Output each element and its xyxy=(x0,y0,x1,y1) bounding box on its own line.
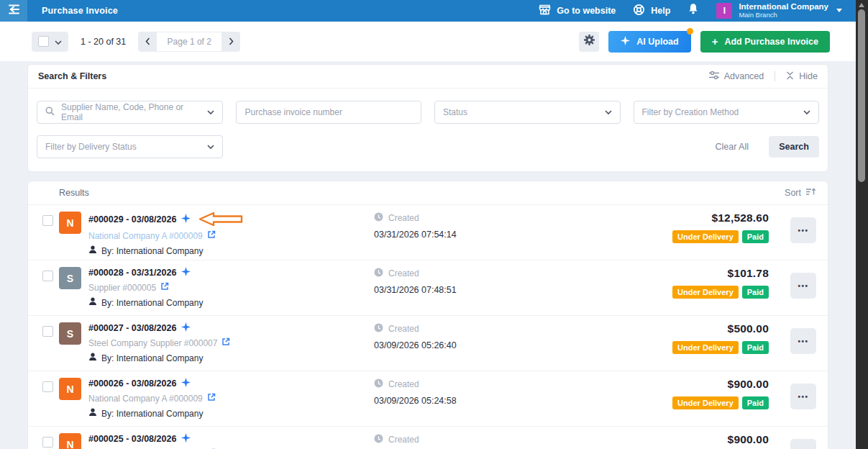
avatar-letter: N xyxy=(66,217,73,229)
supplier-search-placeholder: Supplier Name, Code, Phone or Email xyxy=(61,102,201,122)
notifications-button[interactable] xyxy=(687,3,699,18)
sparkle-icon xyxy=(181,433,191,445)
supplier-avatar: N xyxy=(59,212,81,234)
sparkle-icon xyxy=(181,214,191,225)
vertical-scrollbar[interactable] xyxy=(856,0,868,449)
creation-method-placeholder: Filter by Creation Method xyxy=(642,107,739,117)
branch-name: Main Branch xyxy=(739,12,828,19)
ai-upload-label: AI Upload xyxy=(636,37,678,47)
scroll-up-arrow-icon[interactable] xyxy=(859,3,864,7)
invoice-number-date[interactable]: #000025 - 03/08/2026 xyxy=(88,434,176,444)
row-actions-button[interactable]: ••• xyxy=(790,328,816,354)
avatar-letter: N xyxy=(66,384,73,395)
go-to-website-link[interactable]: Go to website xyxy=(539,4,616,17)
row-checkbox[interactable] xyxy=(42,381,53,392)
select-all-control[interactable] xyxy=(32,32,68,52)
gear-icon xyxy=(583,34,595,49)
creation-method-select[interactable]: Filter by Creation Method xyxy=(634,101,820,124)
account-avatar: I xyxy=(716,3,732,19)
row-actions-button[interactable]: ••• xyxy=(790,217,816,243)
supplier-avatar: N xyxy=(59,433,81,449)
next-page-button[interactable] xyxy=(221,32,240,52)
supplier-link[interactable]: National Company A #000009 xyxy=(88,394,203,404)
avatar-letter: N xyxy=(66,439,73,449)
invoice-amount: $900.00 xyxy=(728,433,769,446)
invoice-number-date[interactable]: #000029 - 03/08/2026 xyxy=(88,214,176,224)
prev-page-button[interactable] xyxy=(138,32,157,52)
created-status-label: Created xyxy=(388,435,419,445)
page-title: Purchase Invoice xyxy=(42,6,118,16)
clock-icon xyxy=(374,434,383,445)
sort-button[interactable]: Sort xyxy=(785,187,816,199)
delivery-status-select[interactable]: Filter by Delivery Status xyxy=(37,135,223,158)
clock-icon xyxy=(374,212,383,224)
person-icon xyxy=(88,408,97,419)
invoice-number-date[interactable]: #000027 - 03/08/2026 xyxy=(88,323,176,333)
add-purchase-invoice-button[interactable]: + Add Purchase Invoice xyxy=(700,31,830,53)
invoice-number-input[interactable] xyxy=(236,101,422,124)
clear-all-button[interactable]: Clear All xyxy=(715,142,749,152)
delivery-status-badge: Under Delivery xyxy=(672,396,739,409)
row-actions-button[interactable]: ••• xyxy=(790,439,816,449)
status-select[interactable]: Status xyxy=(434,101,621,124)
ai-upload-button[interactable]: AI Upload xyxy=(608,31,690,53)
results-range-label: 1 - 20 of 31 xyxy=(81,37,126,47)
row-checkbox[interactable] xyxy=(42,271,53,281)
row-actions-button[interactable]: ••• xyxy=(790,273,816,299)
invoice-row[interactable]: S #000027 - 03/08/2026 Steel Company Sup… xyxy=(28,316,828,371)
delivery-status-badge: Under Delivery xyxy=(672,286,739,299)
invoice-number-date[interactable]: #000026 - 03/08/2026 xyxy=(88,378,176,389)
created-by-label: By: International Company xyxy=(101,353,203,363)
invoice-row[interactable]: N #000025 - 03/08/2026 National Company … xyxy=(28,427,828,449)
external-link-icon[interactable] xyxy=(207,393,216,404)
chevron-down-icon xyxy=(605,110,612,115)
scrollbar-thumb[interactable] xyxy=(858,9,865,182)
payment-status-badge: Paid xyxy=(742,230,769,243)
settings-button[interactable] xyxy=(579,32,599,52)
hide-filters-button[interactable]: Hide xyxy=(786,71,818,82)
invoice-row[interactable]: S #000028 - 03/31/2026 Supplier #000005 xyxy=(28,260,828,316)
account-avatar-letter: I xyxy=(723,6,726,16)
invoice-row[interactable]: N #000026 - 03/08/2026 National Company … xyxy=(28,371,828,427)
supplier-avatar: S xyxy=(59,322,81,345)
go-to-website-label: Go to website xyxy=(557,6,616,16)
created-timestamp: 03/09/2026 05:24:58 xyxy=(374,396,457,406)
external-link-icon[interactable] xyxy=(160,282,169,293)
select-all-checkbox[interactable] xyxy=(38,36,49,47)
filters-title: Search & Filters xyxy=(38,71,106,81)
created-status-label: Created xyxy=(388,213,419,223)
advanced-filters-button[interactable]: Advanced xyxy=(709,71,764,82)
delivery-status-badge: Under Delivery xyxy=(672,341,739,354)
row-actions-button[interactable]: ••• xyxy=(790,384,816,409)
search-filters-panel: Search & Filters Advanced xyxy=(27,64,828,172)
external-link-icon[interactable] xyxy=(207,230,216,241)
supplier-link[interactable]: Steel Company Supplier #000007 xyxy=(88,338,217,348)
sort-icon xyxy=(806,187,816,199)
created-timestamp: 03/09/2026 05:26:40 xyxy=(374,340,457,350)
account-menu[interactable]: I International Company Main Branch xyxy=(716,2,842,19)
search-icon xyxy=(45,106,55,118)
collapse-sidebar-button[interactable] xyxy=(0,0,27,22)
external-link-icon[interactable] xyxy=(221,337,230,348)
invoice-amount: $900.00 xyxy=(672,378,769,391)
sparkle-icon xyxy=(181,267,191,278)
row-checkbox[interactable] xyxy=(42,215,53,226)
supplier-search-select[interactable]: Supplier Name, Code, Phone or Email xyxy=(37,101,223,124)
invoice-row[interactable]: N #000029 - 03/08/2026 National Company … xyxy=(28,205,828,260)
pagination: Page 1 of 2 xyxy=(138,32,240,52)
notification-dot xyxy=(687,28,693,35)
invoice-amount: $101.78 xyxy=(672,267,769,280)
status-placeholder: Status xyxy=(443,107,467,117)
row-checkbox[interactable] xyxy=(42,437,53,448)
created-by-label: By: International Company xyxy=(101,246,203,256)
search-button[interactable]: Search xyxy=(769,136,819,158)
row-checkbox[interactable] xyxy=(42,326,53,337)
plus-icon: + xyxy=(712,36,718,47)
supplier-link[interactable]: National Company A #000009 xyxy=(88,231,203,241)
supplier-link[interactable]: Supplier #000005 xyxy=(88,283,156,293)
advanced-label: Advanced xyxy=(724,71,764,81)
invoice-number-date[interactable]: #000028 - 03/31/2026 xyxy=(88,268,176,278)
delivery-status-placeholder: Filter by Delivery Status xyxy=(45,142,137,152)
collapse-icon xyxy=(786,71,794,82)
help-link[interactable]: Help xyxy=(633,4,670,18)
